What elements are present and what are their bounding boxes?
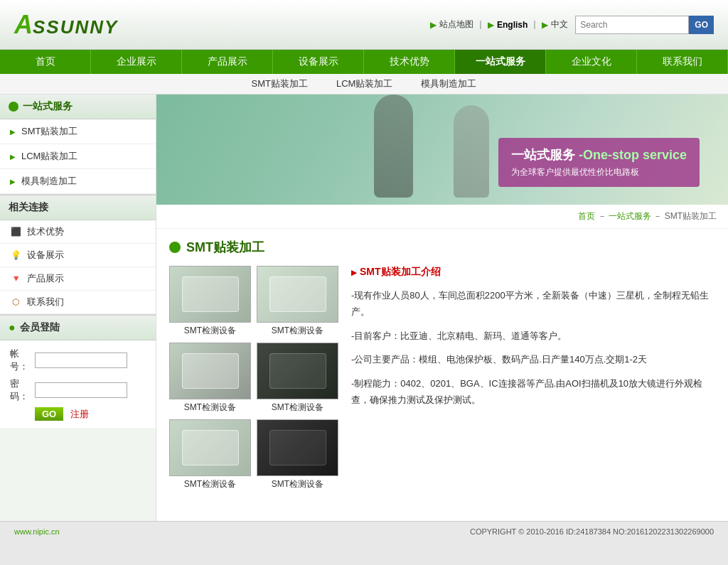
smt-caption-3: SMT检测设备: [169, 402, 251, 414]
header-right: ▶ 站点地图 ｜ ▶ English ｜ ▶ 中文 GO: [430, 16, 714, 34]
breadcrumb-home[interactable]: 首页: [578, 211, 595, 221]
tech-icon: ⬛: [10, 226, 21, 237]
nav-company[interactable]: 企业展示: [91, 50, 182, 74]
nav-culture[interactable]: 企业文化: [546, 50, 637, 74]
footer: www.nipic.cn COPYRIGHT © 2010-2016 ID:24…: [0, 521, 728, 542]
intro-title: SMT贴装加工介绍: [351, 266, 715, 279]
page-content: SMT贴装加工 SMT检测设备 SMT检测设备: [156, 229, 728, 500]
smt-img-4[interactable]: [257, 343, 338, 399]
related-contact[interactable]: ⬡ 联系我们: [0, 291, 156, 314]
nav-tech[interactable]: 技术优势: [364, 50, 455, 74]
smt-item-4: SMT检测设备: [257, 343, 338, 414]
intro-para-3: -公司主要产品：模组、电池保护板、数码产品.日产量140万点.交期1-2天: [351, 351, 715, 367]
search-box: GO: [575, 16, 714, 34]
service-title-dot: [9, 102, 18, 112]
subnav-smt[interactable]: SMT贴装加工: [252, 77, 308, 90]
intro-para-2: -目前客户：比亚迪、北京精电、新玛、道通等客户。: [351, 328, 715, 344]
service-section: 一站式服务 ▶ SMT贴装加工 ▶ LCM贴装加工 ▶ 模具制造加工: [0, 95, 156, 195]
sidebar-lcm-label: LCM贴装加工: [21, 150, 77, 163]
page-title-row: SMT贴装加工: [169, 239, 715, 256]
smt-item-6: SMT检测设备: [257, 419, 338, 490]
sidebar-smt-label: SMT贴装加工: [21, 125, 77, 138]
sidebar-smt-link[interactable]: ▶ SMT贴装加工: [0, 119, 156, 144]
breadcrumb-sep1: －: [598, 211, 606, 221]
smt-img-6[interactable]: [257, 419, 338, 476]
machine-shape: [269, 276, 326, 312]
person2-silhouette: [454, 105, 489, 198]
nipic-link[interactable]: www.nipic.cn: [14, 527, 60, 536]
nav-home[interactable]: 首页: [0, 50, 91, 74]
smt-img-1[interactable]: [169, 266, 251, 323]
smt-item-3: SMT检测设备: [169, 343, 251, 414]
related-tech[interactable]: ⬛ 技术优势: [0, 220, 156, 244]
machine-shape: [182, 276, 239, 312]
breadcrumb-current: SMT贴装加工: [665, 211, 717, 221]
nav-contact[interactable]: 联系我们: [637, 50, 728, 74]
related-product-label: 产品展示: [27, 272, 64, 285]
smt-img-5[interactable]: [169, 419, 251, 476]
register-link[interactable]: 注册: [70, 408, 89, 421]
product-icon: 🔻: [10, 273, 21, 284]
account-field: 帐号：: [10, 348, 146, 373]
main-nav: 首页 企业展示 产品展示 设备展示 技术优势 一站式服务 企业文化 联系我们: [0, 50, 728, 74]
service-title-text: 一站式服务: [23, 100, 73, 113]
sidebar-mold-link[interactable]: ▶ 模具制造加工: [0, 169, 156, 194]
chinese-link[interactable]: 中文: [551, 18, 568, 31]
password-label: 密码：: [10, 377, 35, 403]
search-button[interactable]: GO: [689, 16, 714, 34]
related-product[interactable]: 🔻 产品展示: [0, 267, 156, 291]
member-section: ● 会员登陆 帐号： 密码： GO 注册: [0, 315, 156, 428]
member-form: 帐号： 密码： GO 注册: [0, 340, 156, 428]
search-input[interactable]: [575, 16, 689, 34]
subnav-mold[interactable]: 模具制造加工: [421, 77, 476, 90]
arrow-icon: ▶: [10, 178, 16, 185]
smt-caption-5: SMT检测设备: [169, 478, 251, 490]
related-equip[interactable]: 💡 设备展示: [0, 244, 156, 267]
smt-item-5: SMT检测设备: [169, 419, 251, 490]
sidebar: 一站式服务 ▶ SMT贴装加工 ▶ LCM贴装加工 ▶ 模具制造加工 相关连接: [0, 95, 156, 521]
member-icon: ●: [9, 321, 16, 334]
content-area: 一站式服务 -One-stop service 为全球客户提供最优性价比电路板 …: [156, 95, 728, 521]
header: ASSUNNY ▶ 站点地图 ｜ ▶ English ｜ ▶ 中文 GO: [0, 0, 728, 50]
related-title: 相关连接: [0, 195, 156, 220]
smt-img-2[interactable]: [257, 266, 338, 323]
nav-service[interactable]: 一站式服务: [455, 50, 546, 74]
subnav-lcm[interactable]: LCM贴装加工: [336, 77, 392, 90]
arrow-icon: ▶: [10, 153, 16, 161]
member-title-text: 会员登陆: [20, 321, 60, 334]
arrow-icon3: ▶: [542, 20, 548, 30]
sep2: ｜: [530, 18, 539, 31]
logo[interactable]: ASSUNNY: [14, 10, 118, 40]
related-section: 相关连接 ⬛ 技术优势 💡 设备展示 🔻 产品展示 ⬡ 联系我们: [0, 195, 156, 315]
english-link[interactable]: English: [497, 20, 528, 30]
password-input[interactable]: [35, 382, 127, 398]
sidebar-lcm-link[interactable]: ▶ LCM贴装加工: [0, 144, 156, 169]
main-content: 一站式服务 ▶ SMT贴装加工 ▶ LCM贴装加工 ▶ 模具制造加工 相关连接: [0, 95, 728, 521]
go-button[interactable]: GO: [35, 407, 63, 421]
banner: 一站式服务 -One-stop service 为全球客户提供最优性价比电路板: [156, 95, 728, 205]
related-equip-label: 设备展示: [27, 249, 64, 262]
related-items: ⬛ 技术优势 💡 设备展示 🔻 产品展示 ⬡ 联系我们: [0, 220, 156, 315]
banner-overlay: 一站式服务 -One-stop service 为全球客户提供最优性价比电路板: [498, 138, 700, 187]
breadcrumb: 首页 － 一站式服务 － SMT贴装加工: [156, 205, 728, 229]
content-body: SMT检测设备 SMT检测设备 SMT检测设备: [169, 266, 715, 490]
smt-img-3[interactable]: [169, 343, 251, 399]
member-title: ● 会员登陆: [0, 315, 156, 340]
top-links: ▶ 站点地图 ｜ ▶ English ｜ ▶ 中文: [430, 18, 568, 31]
password-field: 密码：: [10, 377, 146, 403]
related-contact-label: 联系我们: [27, 296, 64, 308]
intro-para-4: -制程能力：0402、0201、BGA、IC连接器等产品.由AOI扫描机及10放…: [351, 375, 715, 409]
nav-products[interactable]: 产品展示: [182, 50, 273, 74]
breadcrumb-service[interactable]: 一站式服务: [609, 211, 651, 221]
nav-equipment[interactable]: 设备展示: [273, 50, 364, 74]
copyright: COPYRIGHT © 2010-2016 ID:24187384 NO:201…: [470, 527, 714, 536]
id-info: ID:24187384 NO:20161202231302269000: [566, 527, 714, 536]
account-input[interactable]: [35, 353, 127, 368]
sidebar-mold-label: 模具制造加工: [21, 175, 77, 188]
machine-shape: [269, 430, 326, 466]
sitemap-link[interactable]: 站点地图: [439, 18, 473, 31]
smt-caption-1: SMT检测设备: [169, 325, 251, 337]
smt-image-grid: SMT检测设备 SMT检测设备 SMT检测设备: [169, 266, 338, 490]
account-label: 帐号：: [10, 348, 35, 373]
member-buttons: GO 注册: [10, 407, 146, 421]
